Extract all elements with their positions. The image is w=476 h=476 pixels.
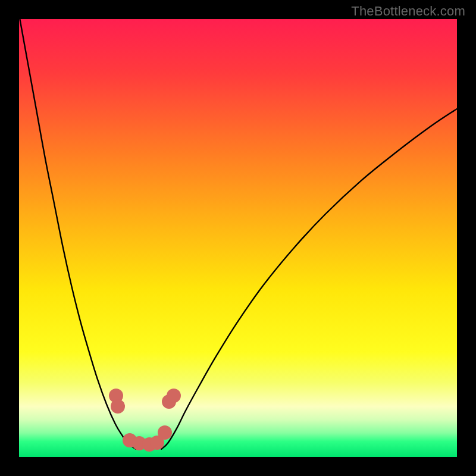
chart-frame: TheBottleneck.com — [0, 0, 476, 476]
left-curve — [19, 19, 136, 449]
data-dot — [158, 425, 172, 440]
plot-area — [19, 19, 457, 457]
right-curve — [161, 109, 457, 449]
curves-layer — [19, 19, 457, 457]
watermark-text: TheBottleneck.com — [351, 4, 465, 19]
data-dot — [167, 389, 181, 403]
